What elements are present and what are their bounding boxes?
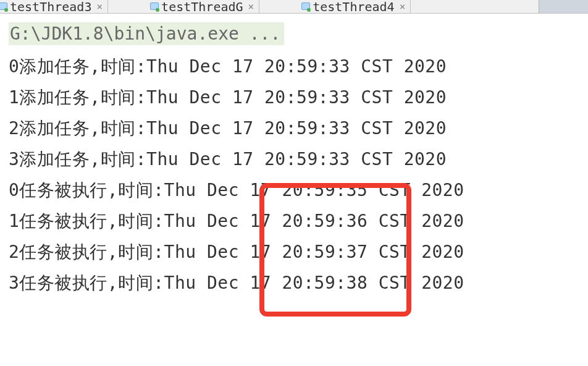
java-file-icon [0, 2, 7, 11]
java-file-icon [150, 2, 159, 11]
tab-label: testThread4 [313, 0, 394, 14]
close-icon[interactable]: × [96, 1, 103, 12]
output-line: 2添加任务,时间:Thu Dec 17 20:59:33 CST 2020 [9, 113, 579, 144]
tab-bar: testThread3 × testThreadG × testThread4 … [0, 0, 588, 14]
tab-item-2[interactable]: testThread4 × [296, 0, 411, 13]
output-line: 1添加任务,时间:Thu Dec 17 20:59:33 CST 2020 [9, 82, 579, 113]
console-output: G:\JDK1.8\bin\java.exe ... 0添加任务,时间:Thu … [0, 14, 588, 307]
tab-overflow[interactable] [539, 0, 588, 13]
output-line: 1任务被执行,时间:Thu Dec 17 20:59:36 CST 2020 [9, 206, 579, 237]
output-line: 3任务被执行,时间:Thu Dec 17 20:59:38 CST 2020 [9, 268, 579, 299]
tab-item-0[interactable]: testThread3 × [0, 0, 108, 13]
output-line: 3添加任务,时间:Thu Dec 17 20:59:33 CST 2020 [9, 144, 579, 175]
command-line: G:\JDK1.8\bin\java.exe ... [9, 22, 284, 45]
tab-label: testThread3 [10, 0, 91, 14]
close-icon[interactable]: × [400, 1, 406, 12]
java-file-icon [301, 2, 310, 11]
output-line: 0任务被执行,时间:Thu Dec 17 20:59:35 CST 2020 [9, 175, 579, 206]
output-container: 0添加任务,时间:Thu Dec 17 20:59:33 CST 20201添加… [9, 51, 579, 299]
tab-label: testThreadG [161, 0, 243, 14]
output-line: 2任务被执行,时间:Thu Dec 17 20:59:37 CST 2020 [9, 237, 579, 268]
close-icon[interactable]: × [248, 1, 254, 12]
output-line: 0添加任务,时间:Thu Dec 17 20:59:33 CST 2020 [9, 51, 579, 82]
tab-item-1[interactable]: testThreadG × [145, 0, 259, 13]
